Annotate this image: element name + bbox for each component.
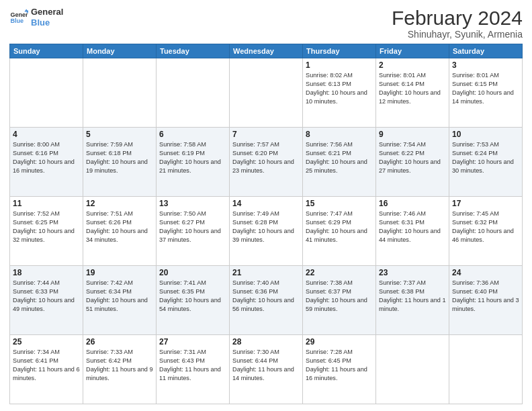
calendar-week-3: 18Sunrise: 7:44 AMSunset: 6:33 PMDayligh…: [10, 266, 523, 335]
cell-date: 13: [159, 199, 226, 208]
cell-date: 16: [379, 199, 446, 208]
cell-info: Sunrise: 7:41 AMSunset: 6:35 PMDaylight:…: [159, 279, 226, 314]
cell-info: Sunrise: 7:33 AMSunset: 6:42 PMDaylight:…: [86, 348, 153, 383]
cell-info: Sunrise: 7:49 AMSunset: 6:28 PMDaylight:…: [232, 210, 300, 244]
header: General Blue General Blue February 2024 …: [9, 7, 523, 40]
calendar-week-2: 11Sunrise: 7:52 AMSunset: 6:25 PMDayligh…: [10, 197, 523, 266]
cell-info: Sunrise: 7:36 AMSunset: 6:40 PMDaylight:…: [452, 279, 519, 314]
logo-line2: Blue: [31, 17, 63, 28]
calendar-cell: [230, 58, 303, 128]
cell-info: Sunrise: 7:46 AMSunset: 6:31 PMDaylight:…: [379, 210, 446, 244]
cell-info: Sunrise: 7:57 AMSunset: 6:20 PMDaylight:…: [232, 140, 300, 175]
cell-date: 24: [452, 268, 519, 277]
day-header-friday: Friday: [376, 44, 449, 58]
cell-info: Sunrise: 7:28 AMSunset: 6:45 PMDaylight:…: [306, 348, 373, 383]
calendar-table: SundayMondayTuesdayWednesdayThursdayFrid…: [9, 44, 523, 404]
calendar-cell: [83, 58, 157, 128]
cell-date: 15: [306, 199, 373, 208]
cell-date: 27: [159, 337, 226, 347]
cell-date: 6: [159, 130, 226, 139]
subtitle: Shinuhayr, Syunik, Armenia: [392, 29, 523, 40]
calendar-cell: 17Sunrise: 7:45 AMSunset: 6:32 PMDayligh…: [449, 197, 523, 266]
cell-date: 8: [306, 130, 373, 139]
cell-date: 12: [86, 199, 153, 208]
cell-date: 23: [379, 268, 446, 277]
cell-date: 2: [379, 60, 446, 70]
cell-info: Sunrise: 7:51 AMSunset: 6:26 PMDaylight:…: [86, 210, 153, 244]
calendar-cell: 9Sunrise: 7:54 AMSunset: 6:22 PMDaylight…: [376, 128, 449, 197]
calendar-cell: 15Sunrise: 7:47 AMSunset: 6:29 PMDayligh…: [303, 197, 376, 266]
calendar-cell: [10, 58, 83, 128]
cell-info: Sunrise: 7:37 AMSunset: 6:38 PMDaylight:…: [379, 279, 446, 314]
title-block: February 2024 Shinuhayr, Syunik, Armenia: [392, 7, 523, 40]
calendar-cell: 22Sunrise: 7:38 AMSunset: 6:37 PMDayligh…: [303, 266, 376, 335]
calendar-cell: 16Sunrise: 7:46 AMSunset: 6:31 PMDayligh…: [376, 197, 449, 266]
calendar-week-4: 25Sunrise: 7:34 AMSunset: 6:41 PMDayligh…: [10, 335, 523, 404]
cell-date: 29: [306, 337, 373, 347]
cell-info: Sunrise: 7:54 AMSunset: 6:22 PMDaylight:…: [379, 140, 446, 175]
cell-date: 20: [159, 268, 226, 277]
cell-date: 22: [306, 268, 373, 277]
cell-info: Sunrise: 7:56 AMSunset: 6:21 PMDaylight:…: [306, 140, 373, 175]
cell-date: 18: [13, 268, 80, 277]
cell-date: 14: [232, 199, 300, 208]
svg-text:Blue: Blue: [10, 17, 24, 24]
calendar-cell: 8Sunrise: 7:56 AMSunset: 6:21 PMDaylight…: [303, 128, 376, 197]
day-header-sunday: Sunday: [10, 44, 83, 58]
calendar-cell: [376, 335, 449, 404]
cell-info: Sunrise: 8:01 AMSunset: 6:14 PMDaylight:…: [379, 71, 446, 106]
cell-info: Sunrise: 7:31 AMSunset: 6:43 PMDaylight:…: [159, 348, 226, 383]
cell-info: Sunrise: 7:50 AMSunset: 6:27 PMDaylight:…: [159, 210, 226, 244]
calendar-cell: 4Sunrise: 8:00 AMSunset: 6:16 PMDaylight…: [10, 128, 83, 197]
calendar-cell: [157, 58, 230, 128]
cell-info: Sunrise: 8:01 AMSunset: 6:15 PMDaylight:…: [452, 71, 519, 106]
cell-info: Sunrise: 7:45 AMSunset: 6:32 PMDaylight:…: [452, 210, 519, 244]
day-header-thursday: Thursday: [303, 44, 376, 58]
cell-info: Sunrise: 7:52 AMSunset: 6:25 PMDaylight:…: [13, 210, 80, 244]
calendar-cell: 12Sunrise: 7:51 AMSunset: 6:26 PMDayligh…: [83, 197, 157, 266]
cell-date: 17: [452, 199, 519, 208]
day-header-saturday: Saturday: [449, 44, 523, 58]
cell-date: 21: [232, 268, 300, 277]
calendar-header-row: SundayMondayTuesdayWednesdayThursdayFrid…: [10, 44, 523, 58]
page: General Blue General Blue February 2024 …: [0, 0, 532, 411]
calendar-cell: 29Sunrise: 7:28 AMSunset: 6:45 PMDayligh…: [303, 335, 376, 404]
cell-info: Sunrise: 7:38 AMSunset: 6:37 PMDaylight:…: [306, 279, 373, 314]
cell-info: Sunrise: 7:40 AMSunset: 6:36 PMDaylight:…: [232, 279, 300, 314]
calendar-cell: 23Sunrise: 7:37 AMSunset: 6:38 PMDayligh…: [376, 266, 449, 335]
cell-date: 19: [86, 268, 153, 277]
calendar-cell: 26Sunrise: 7:33 AMSunset: 6:42 PMDayligh…: [83, 335, 157, 404]
cell-info: Sunrise: 7:44 AMSunset: 6:33 PMDaylight:…: [13, 279, 80, 314]
cell-info: Sunrise: 7:58 AMSunset: 6:19 PMDaylight:…: [159, 140, 226, 175]
cell-info: Sunrise: 7:53 AMSunset: 6:24 PMDaylight:…: [452, 140, 519, 175]
calendar-cell: [449, 335, 523, 404]
calendar-week-0: 1Sunrise: 8:02 AMSunset: 6:13 PMDaylight…: [10, 58, 523, 128]
calendar-cell: 11Sunrise: 7:52 AMSunset: 6:25 PMDayligh…: [10, 197, 83, 266]
logo: General Blue General Blue: [9, 7, 63, 28]
calendar-cell: 6Sunrise: 7:58 AMSunset: 6:19 PMDaylight…: [157, 128, 230, 197]
calendar-cell: 1Sunrise: 8:02 AMSunset: 6:13 PMDaylight…: [303, 58, 376, 128]
day-header-tuesday: Tuesday: [157, 44, 230, 58]
logo-line1: General: [31, 7, 63, 17]
cell-info: Sunrise: 8:02 AMSunset: 6:13 PMDaylight:…: [306, 71, 373, 106]
logo-icon: General Blue: [9, 8, 28, 27]
cell-date: 1: [306, 60, 373, 70]
calendar-cell: 14Sunrise: 7:49 AMSunset: 6:28 PMDayligh…: [230, 197, 303, 266]
calendar-cell: 7Sunrise: 7:57 AMSunset: 6:20 PMDaylight…: [230, 128, 303, 197]
svg-text:General: General: [10, 11, 28, 17]
cell-date: 5: [86, 130, 153, 139]
calendar-cell: 20Sunrise: 7:41 AMSunset: 6:35 PMDayligh…: [157, 266, 230, 335]
calendar-cell: 18Sunrise: 7:44 AMSunset: 6:33 PMDayligh…: [10, 266, 83, 335]
cell-date: 4: [13, 130, 80, 139]
cell-date: 25: [13, 337, 80, 347]
main-title: February 2024: [392, 7, 523, 29]
cell-info: Sunrise: 7:42 AMSunset: 6:34 PMDaylight:…: [86, 279, 153, 314]
calendar-cell: 19Sunrise: 7:42 AMSunset: 6:34 PMDayligh…: [83, 266, 157, 335]
cell-date: 10: [452, 130, 519, 139]
calendar-cell: 5Sunrise: 7:59 AMSunset: 6:18 PMDaylight…: [83, 128, 157, 197]
day-header-wednesday: Wednesday: [230, 44, 303, 58]
calendar-cell: 21Sunrise: 7:40 AMSunset: 6:36 PMDayligh…: [230, 266, 303, 335]
calendar-cell: 24Sunrise: 7:36 AMSunset: 6:40 PMDayligh…: [449, 266, 523, 335]
cell-date: 26: [86, 337, 153, 347]
calendar-cell: 10Sunrise: 7:53 AMSunset: 6:24 PMDayligh…: [449, 128, 523, 197]
